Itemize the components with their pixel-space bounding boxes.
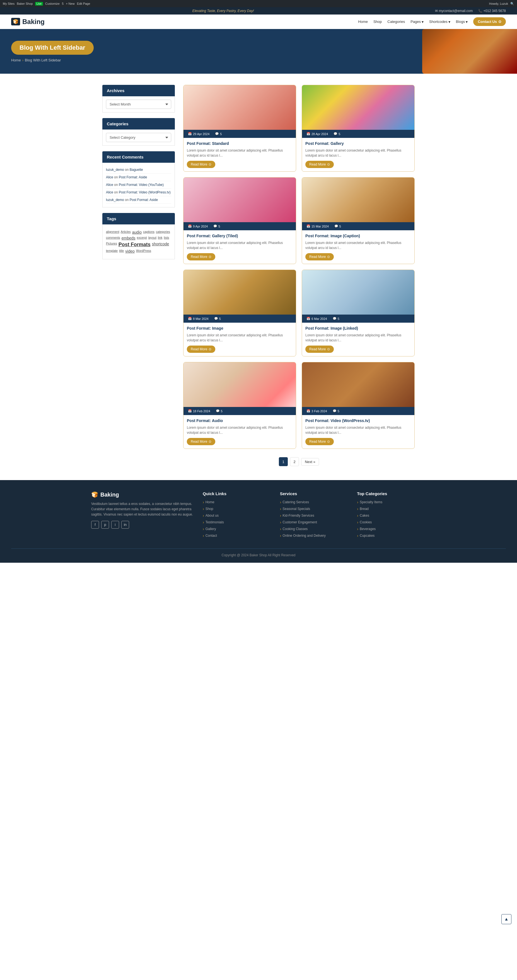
footer-cat-cookies[interactable]: Cookies [357,520,426,525]
footer-service-catering[interactable]: Catering Services [280,500,349,504]
nav-shop[interactable]: Shop [373,19,382,24]
search-icon[interactable]: 🔍 [510,2,514,6]
post-comments-6: 💬 5 [331,316,341,321]
breadcrumb-home[interactable]: Home [11,58,21,62]
instagram-icon[interactable]: i [111,521,119,529]
facebook-icon[interactable]: f [91,521,99,529]
tag-title[interactable]: title [119,249,124,253]
tag-embeds[interactable]: embeds [122,236,136,240]
admin-my-sites[interactable]: My Sites [3,2,14,5]
admin-comments[interactable]: 5 [62,2,63,5]
post-image-5 [184,270,296,315]
read-more-button-3[interactable]: Read More ⊙ [187,253,215,261]
tag-video[interactable]: video [125,249,135,253]
footer-cat-cupcakes[interactable]: Cupcakes [357,533,426,538]
footer-about-col: 🍞 Baking Vestibulum laoreet tellus a ero… [91,491,194,540]
footer-link-about[interactable]: About us [203,513,271,518]
tag-lists[interactable]: lists [164,236,169,240]
nav-blogs-dropdown[interactable]: Blogs ▾ [456,19,468,24]
footer-logo: 🍞 Baking [91,491,194,498]
read-more-button-5[interactable]: Read More ⊙ [187,345,215,353]
post-comments-7: 💬 5 [214,409,224,414]
tag-captions[interactable]: captions [143,230,154,234]
footer-service-cooking[interactable]: Cooking Classes [280,527,349,531]
nav-shortcodes-dropdown[interactable]: Shortcodes ▾ [429,19,450,24]
linkedin-icon[interactable]: in [121,521,129,529]
site-logo[interactable]: 🍞 Baking [11,18,44,25]
post-card-3: 📅 9 Apr 2024 💬 5 Post Format: Gallery (T… [183,177,296,264]
post-image-3 [184,178,296,222]
footer-link-testimonials[interactable]: Testimonials [203,520,271,525]
footer-service-kids[interactable]: Kid-Friendly Services [280,513,349,518]
post-body-6: Post Format: Image (Linked) Lorem ipsum … [302,323,414,356]
tag-excerpt[interactable]: excerpt [137,236,147,240]
tag-wordpress[interactable]: WordPress [136,249,151,253]
nav-pages-dropdown[interactable]: Pages ▾ [411,19,423,24]
footer-link-gallery[interactable]: Gallery [203,527,271,531]
admin-edit-page[interactable]: Edit Page [77,2,90,5]
tag-pictures[interactable]: Pictures [106,242,117,248]
tag-alignment[interactable]: alignment [106,230,119,234]
admin-baker-shop[interactable]: Baker Shop [17,2,33,5]
post-excerpt-8: Lorem ipsum dolor sit amet consectetur a… [305,425,411,435]
read-more-button-2[interactable]: Read More ⊙ [305,161,334,168]
post-excerpt-6: Lorem ipsum dolor sit amet consectetur a… [305,333,411,343]
tag-categories[interactable]: categories [156,230,170,234]
admin-customize[interactable]: Customize [45,2,60,5]
post-title-7: Post Format: Audio [187,418,292,423]
list-item: Online Ordering and Delivery [280,533,349,538]
post-title-1: Post Format: Standard [187,141,292,146]
tag-audio[interactable]: audio [132,230,142,234]
list-item: Testimonials [203,520,271,525]
comment-icon-8: 💬 [333,409,336,413]
categories-select[interactable]: Select Category [106,133,171,142]
tag-template[interactable]: template [106,249,118,253]
read-more-button-7[interactable]: Read More ⊙ [187,438,215,445]
footer-cat-cakes[interactable]: Cakes [357,513,426,518]
post-image-4 [302,178,414,222]
nav-home[interactable]: Home [358,19,368,24]
list-item: About us [203,513,271,518]
nav-blogs[interactable]: Blogs [456,19,465,24]
post-body-8: Post Format: Video (WordPress.tv) Lorem … [302,415,414,449]
admin-new[interactable]: + New [66,2,75,5]
footer-service-online[interactable]: Online Ordering and Delivery [280,533,349,538]
tag-comments[interactable]: comments [106,236,120,240]
archives-select[interactable]: Select Month [106,100,171,109]
footer-link-contact[interactable]: Contact [203,533,271,538]
list-item: Cooking Classes [280,527,349,531]
footer-service-seasonal[interactable]: Seasonal Specials [280,507,349,511]
read-more-button-1[interactable]: Read More ⊙ [187,161,215,168]
nav-categories[interactable]: Categories [387,19,405,24]
page-2-button[interactable]: 2 [290,457,299,466]
footer-link-shop[interactable]: Shop [203,507,271,511]
arrow-icon-6: ⊙ [327,347,330,351]
footer-cat-bread[interactable]: Bread [357,507,426,511]
post-date-1: 📅 29 Apr 2024 [186,132,211,136]
tags-body: alignment Articles audio captions catego… [102,224,175,259]
read-more-button-6[interactable]: Read More ⊙ [305,345,334,353]
calendar-icon-4: 📅 [306,224,310,228]
page-next-button[interactable]: Next » [301,458,319,466]
list-item: Catering Services [280,500,349,504]
footer-cat-specialty[interactable]: Specialty Items [357,500,426,504]
nav-pages[interactable]: Pages [411,19,421,24]
pinterest-icon[interactable]: p [101,521,109,529]
page-1-button[interactable]: 1 [279,457,288,466]
read-more-button-4[interactable]: Read More ⊙ [305,253,334,261]
nav-shortcodes[interactable]: Shortcodes [429,19,447,24]
admin-bar-right: Howdy, Luzuk 🔍 [489,2,514,6]
post-meta-8: 📅 3 Feb 2024 💬 5 [302,407,414,415]
read-more-button-8[interactable]: Read More ⊙ [305,438,334,445]
tag-shortcode[interactable]: shortcode [152,242,169,248]
tag-post-formats[interactable]: Post Formats [119,242,151,248]
footer-link-home[interactable]: Home [203,500,271,504]
post-title-4: Post Format: Image (Caption) [305,234,411,238]
arrow-icon-8: ⊙ [327,440,330,444]
footer-service-engagement[interactable]: Customer Engagement [280,520,349,525]
contact-button[interactable]: Contact Us ⊙ [473,17,506,26]
tag-layout[interactable]: layout [148,236,157,240]
footer-cat-beverages[interactable]: Beverages [357,527,426,531]
tag-link[interactable]: link [158,236,163,240]
tag-articles[interactable]: Articles [121,230,131,234]
